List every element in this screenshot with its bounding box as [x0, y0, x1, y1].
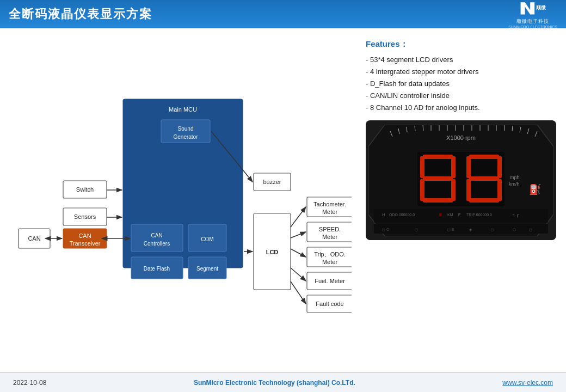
diagram-area: Main MCU Sound Generator CAN Controllers…	[9, 34, 357, 367]
logo-text: 顺微电子科技	[516, 18, 549, 25]
svg-text:◻: ◻	[415, 228, 418, 231]
svg-marker-0	[521, 2, 535, 14]
footer: 2022-10-08 SunMicro Electronic Technolog…	[0, 372, 566, 392]
feature-item: D_Flash for data updates	[366, 78, 556, 90]
svg-rect-33	[451, 179, 456, 201]
buzzer-label: buzzer	[263, 179, 281, 185]
svg-rect-32	[420, 179, 424, 201]
svg-rect-36	[469, 198, 499, 203]
svg-text:X1000 rpm: X1000 rpm	[446, 134, 476, 141]
speed-label1: SPEED.	[319, 226, 341, 232]
sound-gen-label2: Generator	[173, 134, 198, 140]
trip-label1: Trip、ODO.	[314, 251, 346, 258]
lcd-svg: X1000 rpm	[368, 125, 553, 236]
svg-text:◻: ◻	[491, 228, 494, 231]
svg-text:KM: KM	[447, 213, 453, 217]
arrow-lcd-trip	[291, 249, 306, 257]
header: 全断码液晶仪表显示方案 顺微 顺微电子科技 SUNMICRO ELECTRONI…	[0, 0, 566, 28]
svg-text:mph: mph	[510, 175, 520, 180]
svg-text:◻ C: ◻ C	[382, 228, 389, 231]
can-controllers-label1: CAN	[151, 232, 162, 238]
arrow-lcd-fuel	[291, 268, 306, 281]
tach-label1: Tachometer.	[313, 201, 346, 207]
svg-text:TRIP 000000.0: TRIP 000000.0	[466, 213, 492, 217]
can-transceiver-label1: CAN	[78, 232, 91, 239]
svg-text:km/h: km/h	[509, 181, 520, 187]
date-flash-label: Date Flash	[144, 266, 170, 272]
svg-text:⛽: ⛽	[529, 183, 542, 195]
features-title: Features：	[366, 39, 556, 50]
sound-gen-label1: Sound	[178, 126, 194, 132]
svg-text:H: H	[382, 212, 385, 217]
logo-sub: SUNMICRO ELECTRONICS	[508, 25, 557, 29]
sensors-label: Sensors	[74, 213, 96, 220]
arrow-lcd-speed	[291, 232, 306, 238]
logo-icon: 顺微	[520, 0, 546, 17]
svg-text:◻ E: ◻ E	[447, 228, 454, 231]
svg-rect-30	[420, 156, 424, 178]
svg-text:F: F	[458, 213, 460, 217]
svg-rect-34	[469, 155, 499, 159]
can-label: CAN	[28, 235, 40, 242]
svg-rect-29	[423, 198, 453, 203]
svg-text:◻: ◻	[529, 228, 532, 231]
svg-rect-40	[497, 179, 502, 201]
svg-rect-37	[466, 156, 471, 178]
svg-text:E: E	[439, 213, 442, 217]
segment-label: Segment	[196, 266, 218, 272]
trip-label2: Meter	[322, 259, 337, 265]
feature-item: 8 Channel 10 AD for anolog inputs.	[366, 102, 556, 114]
svg-rect-51	[374, 224, 548, 234]
main-content: Main MCU Sound Generator CAN Controllers…	[0, 28, 566, 372]
lcd-display-image: X1000 rpm	[366, 120, 556, 240]
svg-text:┐┌: ┐┌	[512, 212, 519, 218]
can-transceiver-label2: Transceiver	[69, 240, 100, 247]
fuel-label: Fuel. Meter	[315, 278, 345, 284]
svg-rect-35	[469, 176, 499, 181]
svg-rect-28	[423, 176, 453, 181]
can-controllers-label2: Controllers	[144, 241, 170, 247]
main-mcu-label: Main MCU	[169, 106, 197, 113]
fault-label: Fault code	[316, 301, 343, 307]
footer-company: SunMicro Electronic Technology (shanghai…	[194, 379, 355, 387]
com-label: COM	[201, 236, 213, 242]
arrow-lcd-tach	[291, 207, 306, 227]
svg-rect-39	[466, 179, 471, 201]
switch-label: Switch	[76, 186, 94, 193]
svg-rect-38	[497, 156, 502, 178]
svg-text:⬡: ⬡	[513, 228, 516, 231]
svg-rect-31	[451, 156, 456, 178]
page-title: 全断码液晶仪表显示方案	[9, 6, 152, 22]
lcd-label: LCD	[266, 249, 279, 255]
arrow-lcd-fault	[291, 281, 306, 304]
feature-item: CAN/LIN controller inside	[366, 90, 556, 102]
speed-label2: Meter	[322, 234, 337, 240]
features-list: 53*4 segment LCD drivers 4 intergrated s…	[366, 54, 556, 114]
logo: 顺微 顺微电子科技 SUNMICRO ELECTRONICS	[508, 0, 557, 29]
svg-text:ODO 000000.0: ODO 000000.0	[389, 213, 415, 217]
footer-date: 2022-10-08	[13, 379, 46, 387]
tach-label2: Meter	[322, 209, 337, 215]
block-diagram: Main MCU Sound Generator CAN Controllers…	[9, 34, 352, 350]
features-panel: Features： 53*4 segment LCD drivers 4 int…	[357, 34, 562, 367]
feature-item: 4 intergrated stepper motor drivers	[366, 66, 556, 78]
svg-text:顺微: 顺微	[536, 5, 546, 10]
svg-rect-27	[423, 155, 453, 159]
footer-url: www.sv-elec.com	[502, 379, 553, 387]
feature-item: 53*4 segment LCD drivers	[366, 54, 556, 66]
